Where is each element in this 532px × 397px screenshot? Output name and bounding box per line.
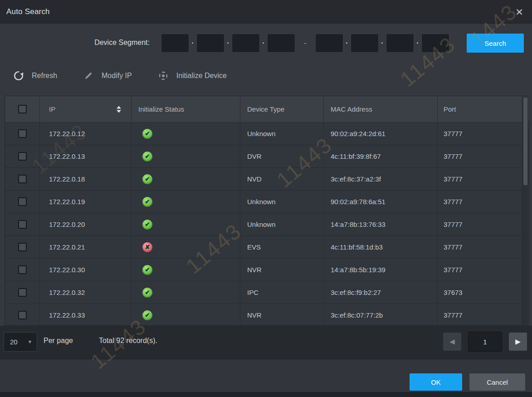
- status-success-icon: ✔: [142, 129, 152, 139]
- modify-ip-label: Modify IP: [102, 72, 132, 80]
- cell-mac-address: 90:02:a9:24:2d:61: [331, 130, 386, 137]
- auto-search-dialog: 1443 11443 11443 11443 11443 11443 Auto …: [0, 0, 532, 397]
- refresh-button[interactable]: Refresh: [13, 70, 57, 82]
- table-row: 172.22.0.32 ✔ IPC 3c:ef:8c:f9:b2:27 3767…: [5, 281, 529, 304]
- title-bar: Auto Search ✕: [0, 0, 532, 24]
- arrow-right-icon: ▶: [515, 338, 521, 346]
- sort-icon[interactable]: [117, 106, 121, 113]
- cell-mac-address: 14:a7:8b:13:76:33: [331, 221, 386, 228]
- segment-octet-5[interactable]: [315, 34, 343, 53]
- cell-ip: 172.22.0.19: [49, 198, 85, 206]
- status-failed-icon: ✘: [142, 242, 152, 252]
- octet-dot-separator: ·: [189, 39, 196, 47]
- row-checkbox[interactable]: [18, 311, 27, 319]
- row-checkbox[interactable]: [18, 197, 27, 206]
- segment-octet-4[interactable]: [267, 34, 295, 53]
- octet-dot-separator: ·: [414, 39, 421, 47]
- segment-octet-3[interactable]: [232, 34, 260, 53]
- search-button[interactable]: Search: [467, 34, 524, 53]
- row-checkbox[interactable]: [18, 288, 27, 297]
- octet-dot-separator: ·: [260, 39, 267, 47]
- octet-dot-separator: ·: [379, 39, 386, 47]
- cell-mac-address: 90:02:a9:78:6a:51: [331, 198, 386, 206]
- table-row: 172.22.0.21 ✘ EVS 4c:11:bf:58:1d:b3 3777…: [5, 235, 529, 258]
- initialize-device-label: Initialize Device: [176, 72, 227, 80]
- cell-mac-address: 14:a7:8b:5b:19:39: [331, 266, 386, 274]
- next-page-button[interactable]: ▶: [509, 333, 527, 351]
- segment-octet-8[interactable]: [421, 34, 449, 53]
- cell-mac-address: 3c:ef:8c:37:a2:3f: [331, 175, 381, 183]
- page-number-input[interactable]: [468, 332, 502, 352]
- row-checkbox[interactable]: [18, 152, 27, 161]
- close-icon[interactable]: ✕: [513, 6, 526, 19]
- toolbar: Refresh Modify IP Initialize Device: [13, 67, 227, 84]
- dialog-bottom-edge: [0, 392, 532, 397]
- status-success-icon: ✔: [142, 174, 152, 184]
- caret-down-icon: ▼: [28, 339, 32, 344]
- pagination-bar: 20 ▼ Per page Total 92 record(s). ◀ ▶: [0, 326, 532, 359]
- refresh-icon: [13, 70, 24, 82]
- row-checkbox[interactable]: [18, 265, 27, 274]
- select-all-checkbox[interactable]: [18, 105, 27, 113]
- status-success-icon: ✔: [142, 220, 152, 230]
- cell-device-type: DVR: [247, 152, 262, 160]
- table-scrollbar-track[interactable]: [522, 97, 528, 325]
- ok-button[interactable]: OK: [410, 373, 462, 391]
- device-table: IP Initialize Status Device Type MAC Add…: [5, 96, 529, 326]
- cell-port: 37777: [444, 152, 463, 160]
- cell-mac-address: 4c:11:bf:39:8f:67: [331, 152, 381, 160]
- column-header-ip: IP: [49, 105, 55, 113]
- cell-device-type: Unknown: [247, 130, 276, 137]
- column-header-device-type: Device Type: [247, 105, 284, 113]
- cell-port: 37777: [444, 311, 463, 319]
- row-checkbox[interactable]: [18, 129, 27, 138]
- row-checkbox[interactable]: [18, 175, 27, 183]
- row-checkbox[interactable]: [18, 243, 27, 251]
- cell-port: 37777: [444, 221, 463, 228]
- segment-octet-6[interactable]: [351, 34, 379, 53]
- dialog-footer: OK Cancel: [0, 359, 532, 397]
- refresh-label: Refresh: [32, 72, 57, 80]
- cell-ip: 172.22.0.21: [49, 243, 85, 251]
- cell-ip: 172.22.0.30: [49, 266, 85, 274]
- column-header-mac-address: MAC Address: [331, 105, 372, 113]
- table-row: 172.22.0.30 ✔ NVR 14:a7:8b:5b:19:39 3777…: [5, 258, 529, 281]
- cell-port: 37777: [444, 266, 463, 274]
- cell-device-type: IPC: [247, 289, 259, 296]
- cell-port: 37673: [444, 289, 463, 296]
- status-success-icon: ✔: [142, 152, 152, 162]
- pencil-icon: [83, 70, 94, 82]
- cell-device-type: NVR: [247, 266, 262, 274]
- cell-port: 37777: [444, 198, 463, 206]
- row-checkbox[interactable]: [18, 220, 27, 229]
- initialize-device-icon: [157, 70, 169, 82]
- segment-octet-1[interactable]: [161, 34, 189, 53]
- total-records-label: Total 92 record(s).: [99, 337, 157, 345]
- cell-mac-address: 4c:11:bf:58:1d:b3: [331, 243, 383, 251]
- table-scrollbar-thumb[interactable]: [523, 98, 527, 185]
- dialog-title: Auto Search: [6, 7, 50, 16]
- status-success-icon: ✔: [142, 288, 152, 298]
- status-success-icon: ✔: [142, 310, 152, 320]
- per-page-value: 20: [10, 338, 18, 346]
- cell-device-type: NVR: [247, 311, 262, 319]
- column-header-initialize-status: Initialize Status: [138, 105, 184, 113]
- modify-ip-button[interactable]: Modify IP: [83, 70, 132, 82]
- segment-octet-7[interactable]: [386, 34, 414, 53]
- status-success-icon: ✔: [142, 197, 152, 207]
- cancel-button[interactable]: Cancel: [469, 373, 525, 391]
- range-dash-separator: -: [295, 39, 315, 47]
- arrow-left-icon: ◀: [449, 338, 455, 346]
- table-row: 172.22.0.12 ✔ Unknown 90:02:a9:24:2d:61 …: [5, 122, 529, 145]
- octet-dot-separator: ·: [225, 39, 232, 47]
- initialize-device-button[interactable]: Initialize Device: [157, 70, 227, 82]
- per-page-select[interactable]: 20 ▼: [4, 332, 37, 352]
- previous-page-button[interactable]: ◀: [443, 333, 461, 351]
- table-row: 172.22.0.18 ✔ NVD 3c:ef:8c:37:a2:3f 3777…: [5, 167, 529, 190]
- cell-device-type: Unknown: [247, 221, 276, 228]
- cell-ip: 172.22.0.13: [49, 152, 85, 160]
- cell-ip: 172.22.0.32: [49, 289, 85, 296]
- status-success-icon: ✔: [142, 265, 152, 275]
- segment-octet-2[interactable]: [196, 34, 225, 53]
- cell-port: 37777: [444, 175, 463, 183]
